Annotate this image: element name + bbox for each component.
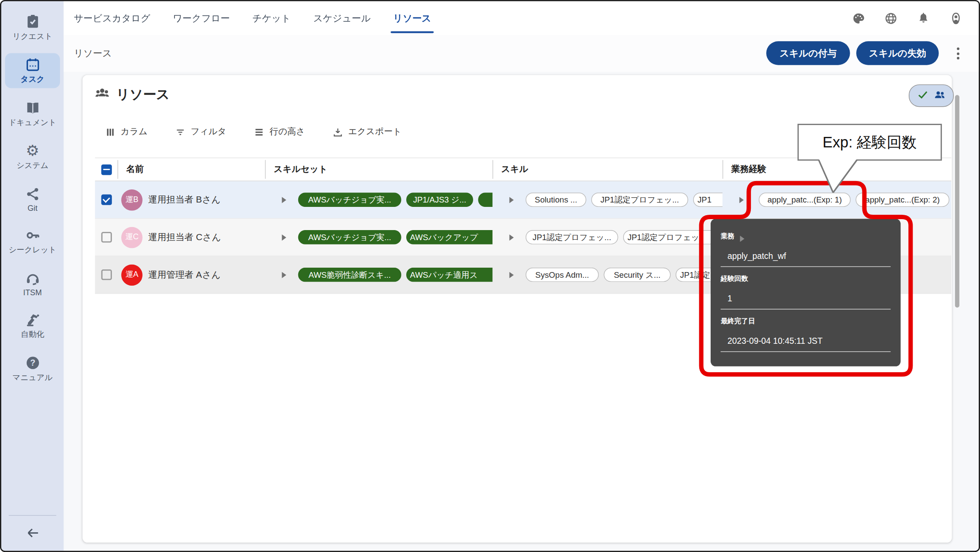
sidebar-item-secret[interactable]: シークレット [5, 224, 60, 259]
people-group-icon [94, 84, 111, 104]
chevron-right-icon[interactable] [739, 196, 744, 203]
annotation-callout: Exp: 経験回数 [798, 124, 942, 161]
chevron-right-icon[interactable] [282, 196, 286, 203]
skillset-chip[interactable]: JP1/AJS3 ジ... [406, 192, 473, 207]
page-title: リソース [116, 85, 170, 103]
check-icon [917, 88, 929, 103]
sidebar: リクエスト タスク ドキュメント ⚙ システム Git [1, 1, 64, 551]
skill-chip[interactable]: JP1認定プロフェッ... [591, 192, 688, 207]
kebab-menu-icon[interactable] [954, 48, 963, 63]
sidebar-item-manual[interactable]: ? マニュアル [5, 351, 60, 386]
bell-icon[interactable] [917, 11, 930, 24]
select-all-checkbox[interactable] [101, 164, 112, 175]
view-toggle-button[interactable] [909, 84, 954, 107]
sidebar-item-label: マニュアル [13, 373, 52, 383]
tab-service-catalog[interactable]: サービスカタログ [74, 1, 150, 35]
row-height-button[interactable]: 行の高さ [254, 126, 305, 138]
row-checkbox[interactable] [101, 269, 112, 280]
tooltip-field-value: apply_patch_wf [728, 252, 891, 261]
globe-icon[interactable] [884, 11, 897, 24]
chevron-right-icon[interactable] [509, 234, 514, 240]
tooltip-field-value: 1 [728, 294, 891, 303]
palette-icon[interactable] [852, 11, 865, 24]
skill-chip[interactable]: JP1認定プロフェッ... [526, 230, 618, 245]
filter-button[interactable]: フィルタ [175, 126, 227, 138]
download-icon [332, 126, 343, 137]
tab-schedule[interactable]: スケジュール [313, 1, 370, 35]
skill-chip[interactable]: SysOps Adm... [526, 268, 599, 282]
tab-ticket[interactable]: チケット [252, 1, 291, 35]
table-row[interactable]: 運B 運用担当者 Bさん AWSバッチジョブ実... JP1/AJS3 ジ... [95, 181, 951, 219]
column-header-skillset[interactable]: スキルセット [265, 160, 492, 179]
resource-name: 運用担当者 Cさん [148, 231, 221, 243]
tooltip-field-label: 最終完了日 [721, 316, 891, 325]
sidebar-divider [9, 515, 56, 516]
question-circle-icon: ? [24, 354, 41, 370]
avatar: 運B [121, 189, 143, 210]
skillset-chip[interactable]: AWS脆弱性診断スキ... [298, 268, 401, 282]
sidebar-item-label: Git [28, 204, 38, 213]
tooltip-field-label: 経験回数 [721, 274, 891, 283]
skillset-chip[interactable]: AWSバッチジョブ実... [298, 192, 401, 207]
calendar-icon [24, 56, 41, 73]
sidebar-item-label: ドキュメント [8, 118, 56, 128]
sidebar-item-git[interactable]: Git [5, 182, 60, 216]
sidebar-collapse-button[interactable] [24, 524, 41, 541]
sidebar-item-label: システム [17, 161, 49, 171]
tooltip-divider [721, 351, 891, 352]
experience-chip[interactable]: apply_patc...(Exp: 2) [856, 192, 949, 207]
column-header-experience[interactable]: 業務経験 [722, 160, 951, 179]
sidebar-item-label: 自動化 [21, 329, 45, 340]
chevron-right-icon[interactable] [282, 272, 286, 278]
column-header-name[interactable]: 名前 [118, 160, 265, 179]
skill-chip[interactable]: Security ス... [604, 268, 671, 282]
columns-label: カラム [121, 126, 147, 138]
row-checkbox[interactable] [101, 194, 112, 205]
people-icon [934, 88, 945, 103]
clipboard-check-icon [24, 13, 41, 29]
sidebar-item-label: リクエスト [13, 31, 52, 42]
tab-resource[interactable]: リソース [393, 1, 431, 35]
revoke-skill-button[interactable]: スキルの失効 [856, 41, 939, 65]
sidebar-item-task[interactable]: タスク [5, 53, 60, 88]
chevron-right-icon[interactable] [509, 196, 514, 203]
experience-chip[interactable]: apply_patc...(Exp: 1) [759, 192, 851, 207]
top-navigation: サービスカタログ ワークフロー チケット スケジュール リソース [64, 1, 979, 36]
account-icon[interactable] [949, 11, 963, 24]
breadcrumb: リソース [74, 48, 112, 59]
skillset-chip[interactable]: AWSバックアップ [406, 230, 492, 245]
sidebar-item-automation[interactable]: 自動化 [5, 308, 60, 343]
sidebar-item-label: タスク [21, 74, 45, 85]
columns-icon [105, 126, 115, 137]
skill-chip[interactable]: JP1 [693, 192, 722, 207]
column-header-skill[interactable]: スキル [492, 160, 722, 179]
tooltip-divider [721, 266, 891, 267]
skill-chip[interactable]: JP1認定プロフェッ [623, 230, 717, 245]
skillset-chip[interactable]: AWSバッチジョブ実... [298, 230, 401, 245]
headset-icon [24, 270, 41, 286]
tab-workflow[interactable]: ワークフロー [173, 1, 230, 35]
columns-button[interactable]: カラム [105, 126, 147, 138]
skillset-chip[interactable] [478, 192, 492, 207]
avatar: 運A [121, 264, 143, 286]
nav-tabs: サービスカタログ ワークフロー チケット スケジュール リソース [64, 1, 432, 35]
sidebar-item-document[interactable]: ドキュメント [5, 96, 60, 131]
table-header-row: 名前 スキルセット スキル 業務経験 [95, 157, 951, 181]
vertical-scrollbar[interactable] [955, 95, 959, 307]
chevron-right-icon[interactable] [509, 272, 514, 278]
sidebar-item-system[interactable]: ⚙ システム [5, 140, 60, 175]
sidebar-item-itsm[interactable]: ITSM [5, 267, 60, 300]
filter-label: フィルタ [191, 126, 227, 138]
robot-arm-icon [24, 311, 41, 328]
row-checkbox[interactable] [101, 232, 112, 242]
app-window: リクエスト タスク ドキュメント ⚙ システム Git [0, 0, 980, 552]
grant-skill-button[interactable]: スキルの付与 [766, 41, 850, 65]
skillset-chip[interactable]: AWSパッチ適用ス [406, 268, 492, 282]
export-button[interactable]: エクスポート [332, 126, 401, 138]
chevron-right-icon[interactable] [282, 234, 286, 240]
tooltip-field-value: 2023-09-04 10:45:11 JST [728, 336, 891, 346]
sidebar-item-request[interactable]: リクエスト [5, 10, 60, 45]
avatar: 運C [121, 227, 143, 248]
skill-chip[interactable]: Solutions ... [526, 192, 586, 207]
row-height-icon [254, 126, 265, 137]
